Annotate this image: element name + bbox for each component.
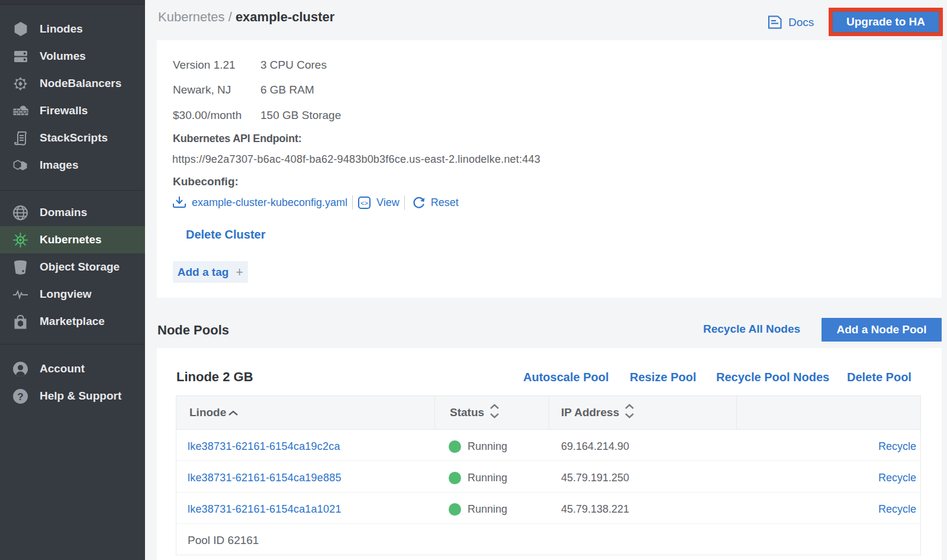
svg-text:?: ? (17, 391, 23, 402)
svg-text:<>: <> (360, 199, 368, 206)
